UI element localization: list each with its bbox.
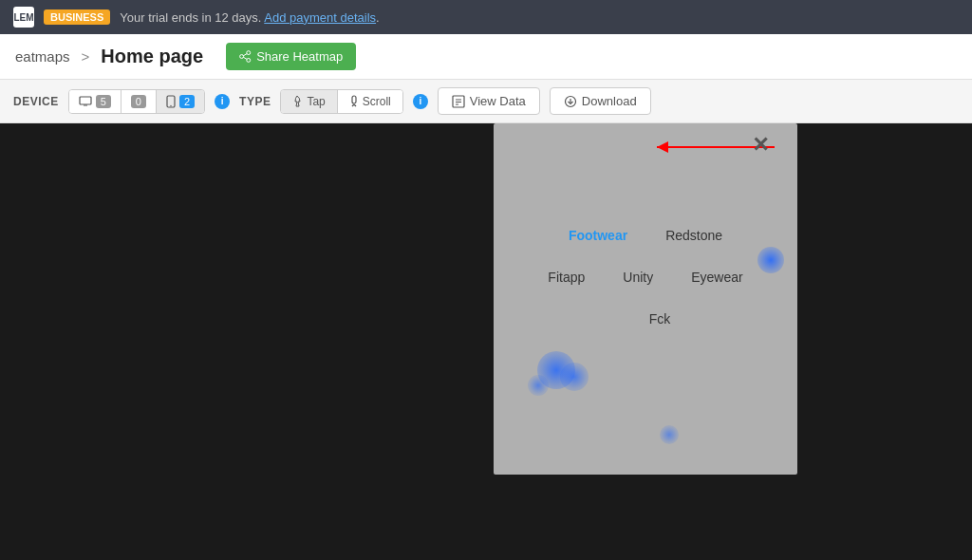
menu-item-eyewear: Eyewear [691,270,742,285]
device-group: 5 0 2 [68,89,205,114]
scroll-icon [349,95,359,107]
desktop-icon [79,96,92,107]
svg-line-11 [354,104,356,106]
menu-row-3: Fck [494,311,797,327]
close-button[interactable]: ✕ [752,133,769,158]
mobile-icon [166,95,176,108]
type-info-icon[interactable]: i [413,94,428,109]
menu-item-fck: Fck [649,311,671,327]
type-group: Tap Scroll [280,89,402,114]
svg-point-0 [247,51,251,55]
unknown-count: 0 [131,95,146,108]
business-badge: BUSINESS [44,9,110,25]
menu-item-unity: Unity [623,270,653,285]
heat-blob-fitapp-3 [528,375,549,396]
type-label: TYPE [239,95,271,108]
view-data-button[interactable]: View Data [438,87,540,115]
breadcrumb-separator: > [82,48,90,65]
share-heatmap-button[interactable]: Share Heatmap [226,43,356,70]
add-payment-link[interactable]: Add payment details [264,10,376,25]
unknown-device-button[interactable]: 0 [122,90,157,113]
menu-item-fitapp: Fitapp [548,270,585,285]
tablet-count: 2 [179,95,195,108]
svg-rect-5 [80,97,91,104]
logo-icon: LEM [13,7,34,28]
svg-line-4 [243,57,247,59]
main-area: ✕ Footwear Redstone Fitapp Unity Eyewear… [0,123,972,560]
toolbar: DEVICE 5 0 2 i TYPE Tap Scroll i View Da… [0,80,972,123]
trial-text: Your trial ends in 12 days. Add payment … [120,10,379,25]
view-data-icon [452,95,465,108]
desktop-device-button[interactable]: 5 [69,90,122,113]
svg-point-2 [240,55,244,59]
heat-blob-bottom [660,425,679,444]
tap-type-button[interactable]: Tap [281,90,337,113]
page-title: Home page [101,46,203,67]
svg-rect-9 [352,96,356,103]
menu-item-redstone: Redstone [665,228,722,243]
svg-line-3 [243,54,247,56]
menu-row-2: Fitapp Unity Eyewear [494,270,797,285]
heatmap-menu: Footwear Redstone Fitapp Unity Eyewear F… [494,228,797,353]
breadcrumb-link[interactable]: eatmaps [15,48,70,65]
svg-point-8 [170,104,171,105]
download-button[interactable]: Download [550,87,651,115]
heatmap-panel: ✕ Footwear Redstone Fitapp Unity Eyewear… [494,123,797,475]
svg-point-1 [247,58,251,62]
svg-marker-19 [657,141,668,153]
device-info-icon[interactable]: i [215,94,230,109]
nav-bar: eatmaps > Home page Share Heatmap [0,34,972,80]
share-icon [239,50,252,63]
device-label: DEVICE [13,95,59,108]
scroll-type-button[interactable]: Scroll [338,90,402,113]
heat-blob-fitapp-2 [560,363,589,391]
top-banner: LEM BUSINESS Your trial ends in 12 days.… [0,0,972,34]
mobile-device-button[interactable]: 2 [157,90,204,113]
download-icon [564,95,577,108]
tap-icon [292,95,303,107]
menu-item-footwear: Footwear [569,228,627,243]
heat-blob-fitapp-1 [537,351,575,389]
menu-row-1: Footwear Redstone [494,228,797,243]
desktop-count: 5 [96,95,111,108]
